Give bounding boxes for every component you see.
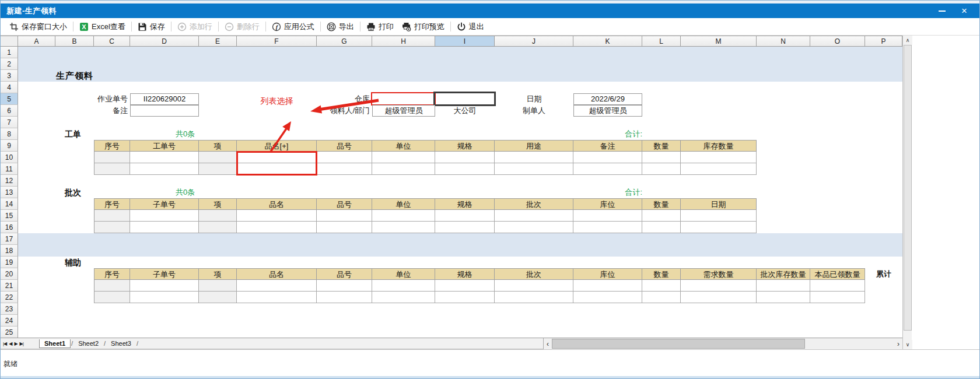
fuzhu-header-cell[interactable]: 规格 [435,268,495,280]
gongdan-data-cell[interactable] [495,152,573,163]
pici-data-cell[interactable] [573,210,642,222]
cell-selection-box[interactable] [433,92,496,106]
pici-header-cell[interactable]: 项 [199,198,237,210]
row-header-18[interactable]: 18 [1,245,18,257]
fuzhu-header-cell[interactable]: 子单号 [130,268,199,280]
gongdan-data-cell[interactable] [495,163,573,175]
row-header-15[interactable]: 15 [1,210,18,222]
row-header-25[interactable]: 25 [1,327,18,338]
fuzhu-header-cell[interactable]: 库位 [573,268,642,280]
gongdan-data-cell[interactable] [435,152,495,163]
column-header-A[interactable]: A [18,36,55,47]
pici-data-cell[interactable] [317,210,372,222]
next-sheet-button[interactable]: ▶ [14,341,17,346]
row-header-3[interactable]: 3 [1,70,18,82]
scroll-up-button[interactable]: ∧ [903,36,912,45]
gongdan-header-cell[interactable]: 数量 [642,140,681,152]
gongdan-header-cell[interactable]: 用途 [495,140,573,152]
gongdan-data-cell[interactable] [642,163,681,175]
pici-header-cell[interactable]: 规格 [435,198,495,210]
first-sheet-button[interactable]: |◀ [3,341,6,346]
maker-field[interactable]: 超级管理员 [573,105,642,117]
pici-header-cell[interactable]: 日期 [681,198,757,210]
fuzhu-data-cell[interactable] [573,280,642,292]
fuzhu-data-cell[interactable] [435,280,495,292]
gongdan-header-cell[interactable]: 品名[+] [237,140,317,152]
pici-data-cell[interactable] [642,210,681,222]
gongdan-header-cell[interactable]: 备注 [573,140,642,152]
pici-data-cell[interactable] [372,210,435,222]
pici-data-cell[interactable] [681,210,757,222]
row-header-20[interactable]: 20 [1,268,18,280]
gongdan-data-cell[interactable] [317,163,372,175]
gongdan-header-cell[interactable]: 项 [199,140,237,152]
row-header-21[interactable]: 21 [1,280,18,292]
gongdan-data-cell[interactable] [435,163,495,175]
column-header-J[interactable]: J [495,36,573,47]
fuzhu-data-cell[interactable] [642,280,681,292]
fuzhu-data-cell[interactable] [317,280,372,292]
pici-data-cell[interactable] [573,222,642,233]
last-sheet-button[interactable]: ▶| [20,341,23,346]
horizontal-scrollbar[interactable]: ‹ › [543,338,902,349]
fuzhu-data-cell[interactable] [757,280,810,292]
fuzhu-data-cell[interactable] [130,292,199,303]
column-header-L[interactable]: L [642,36,681,47]
gongdan-data-cell[interactable] [130,163,199,175]
column-header-E[interactable]: E [199,36,237,47]
scroll-down-button[interactable]: ∨ [903,340,912,349]
fuzhu-data-cell[interactable] [130,280,199,292]
date-field[interactable]: 2022/6/29 [573,93,642,105]
fuzhu-header-cell[interactable]: 序号 [94,268,130,280]
scroll-right-button[interactable]: › [894,338,902,349]
pinming-cell-highlight[interactable] [236,151,317,176]
row-header-22[interactable]: 22 [1,292,18,303]
gongdan-data-cell[interactable] [94,163,130,175]
toolbar-button-excel-view[interactable]: XExcel查看 [75,20,130,34]
gongdan-header-cell[interactable]: 品号 [317,140,372,152]
minimize-button[interactable] [933,3,951,18]
gongdan-data-cell[interactable] [681,152,757,163]
row-header-11[interactable]: 11 [1,163,18,175]
fuzhu-data-cell[interactable] [237,280,317,292]
gongdan-data-cell[interactable] [94,152,130,163]
pici-data-cell[interactable] [317,222,372,233]
pici-data-cell[interactable] [372,222,435,233]
toolbar-button-apply-formula[interactable]: f应用公式 [268,20,318,34]
fuzhu-data-cell[interactable] [681,292,757,303]
fuzhu-header-cell[interactable]: 品号 [317,268,372,280]
toolbar-button-exit[interactable]: 退出 [453,20,488,34]
fuzhu-header-cell[interactable]: 项 [199,268,237,280]
pici-data-cell[interactable] [94,210,130,222]
gongdan-data-cell[interactable] [199,163,237,175]
row-header-5[interactable]: 5 [1,93,18,105]
row-header-14[interactable]: 14 [1,198,18,210]
pici-header-cell[interactable]: 品号 [317,198,372,210]
fuzhu-header-cell[interactable]: 品名 [237,268,317,280]
fuzhu-data-cell[interactable] [495,292,573,303]
row-header-13[interactable]: 13 [1,187,18,198]
pici-header-cell[interactable]: 数量 [642,198,681,210]
fuzhu-data-cell[interactable] [199,280,237,292]
row-header-17[interactable]: 17 [1,233,18,245]
row-header-16[interactable]: 16 [1,222,18,233]
pici-data-cell[interactable] [642,222,681,233]
pici-data-cell[interactable] [199,222,237,233]
column-header-C[interactable]: C [94,36,130,47]
row-header-4[interactable]: 4 [1,82,18,93]
prev-sheet-button[interactable]: ◀ [9,341,12,346]
row-header-2[interactable]: 2 [1,58,18,70]
pici-header-cell[interactable]: 批次 [495,198,573,210]
pici-data-cell[interactable] [435,210,495,222]
toolbar-button-print[interactable]: 打印 [362,20,398,34]
gongdan-data-cell[interactable] [573,152,642,163]
row-header-10[interactable]: 10 [1,152,18,163]
fuzhu-data-cell[interactable] [317,292,372,303]
close-button[interactable]: × [954,3,975,18]
warehouse-field-highlight[interactable] [371,92,436,106]
column-header-D[interactable]: D [130,36,199,47]
gongdan-data-cell[interactable] [642,152,681,163]
column-header-K[interactable]: K [573,36,642,47]
gongdan-data-cell[interactable] [372,163,435,175]
fuzhu-header-cell[interactable]: 数量 [642,268,681,280]
